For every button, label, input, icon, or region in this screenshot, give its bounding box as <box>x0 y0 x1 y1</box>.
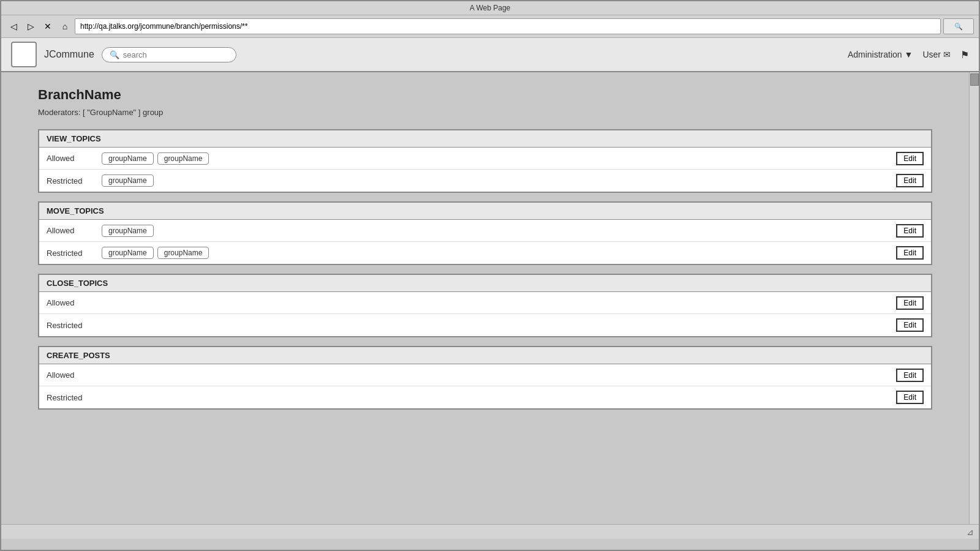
user-mail-icon: ✉ <box>943 50 951 59</box>
edit-allowed-button-create-posts[interactable]: Edit <box>896 369 924 382</box>
allowed-label: Allowed <box>47 370 102 380</box>
allowed-label: Allowed <box>47 154 102 163</box>
stop-button[interactable]: ✕ <box>40 19 55 34</box>
restricted-row-view-topics: RestrictedgroupNameEdit <box>39 170 931 192</box>
permission-section-move-topics: MOVE_TOPICSAllowedgroupNameEditRestricte… <box>38 201 932 265</box>
flag-icon[interactable]: ⚑ <box>960 49 969 61</box>
home-button[interactable]: ⌂ <box>58 19 72 34</box>
restricted-row-move-topics: RestrictedgroupNamegroupNameEdit <box>39 242 931 264</box>
group-tag: groupName <box>157 152 209 165</box>
browser-toolbar: ◁ ▷ ✕ ⌂ 🔍 <box>1 15 979 38</box>
restricted-group-tags: groupName <box>102 174 896 187</box>
search-input[interactable] <box>123 50 221 59</box>
restricted-group-tags: groupNamegroupName <box>102 247 896 259</box>
permission-section-create-posts: CREATE_POSTSAllowedEditRestrictedEdit <box>38 346 932 410</box>
restricted-label: Restricted <box>47 393 102 402</box>
allowed-row-create-posts: AllowedEdit <box>39 364 931 386</box>
allowed-row-close-topics: AllowedEdit <box>39 292 931 314</box>
app-logo <box>11 42 37 67</box>
browser-title: A Web Page <box>470 4 511 12</box>
chevron-down-icon: ▼ <box>905 50 913 59</box>
edit-restricted-button-view-topics[interactable]: Edit <box>896 174 924 187</box>
administration-menu[interactable]: Administration ▼ <box>848 50 913 59</box>
group-tag: groupName <box>102 152 154 165</box>
scrollbar[interactable] <box>969 72 979 524</box>
restricted-row-close-topics: RestrictedEdit <box>39 314 931 336</box>
allowed-row-view-topics: AllowedgroupNamegroupNameEdit <box>39 148 931 170</box>
header-right: Administration ▼ User ✉ ⚑ <box>848 49 969 61</box>
browser-titlebar: A Web Page <box>1 1 979 15</box>
permission-header-move-topics: MOVE_TOPICS <box>39 203 931 220</box>
user-label: User <box>922 50 941 59</box>
edit-allowed-button-move-topics[interactable]: Edit <box>896 224 924 238</box>
browser-body: BranchName Moderators: [ "GroupName" ] g… <box>1 72 979 524</box>
status-bar: ⊿ <box>1 524 979 539</box>
allowed-label: Allowed <box>47 226 102 235</box>
permissions-container: VIEW_TOPICSAllowedgroupNamegroupNameEdit… <box>38 129 932 410</box>
edit-restricted-button-create-posts[interactable]: Edit <box>896 391 924 404</box>
permission-section-close-topics: CLOSE_TOPICSAllowedEditRestrictedEdit <box>38 274 932 337</box>
group-tag: groupName <box>102 174 154 187</box>
edit-allowed-button-close-topics[interactable]: Edit <box>896 296 924 310</box>
search-icon: 🔍 <box>110 50 119 59</box>
search-box: 🔍 <box>102 47 236 62</box>
allowed-label: Allowed <box>47 298 102 307</box>
app-header: JCommune 🔍 Administration ▼ User ✉ ⚑ <box>1 38 979 72</box>
restricted-row-create-posts: RestrictedEdit <box>39 386 931 408</box>
back-button[interactable]: ◁ <box>6 19 21 34</box>
allowed-group-tags: groupName <box>102 225 896 237</box>
browser-search-button[interactable]: 🔍 <box>943 18 974 34</box>
user-menu[interactable]: User ✉ <box>922 50 951 59</box>
group-tag: groupName <box>102 247 154 259</box>
allowed-row-move-topics: AllowedgroupNameEdit <box>39 220 931 242</box>
allowed-group-tags: groupNamegroupName <box>102 152 896 165</box>
restricted-label: Restricted <box>47 249 102 258</box>
restricted-label: Restricted <box>47 321 102 330</box>
restricted-label: Restricted <box>47 176 102 186</box>
edit-restricted-button-close-topics[interactable]: Edit <box>896 318 924 332</box>
permission-header-close-topics: CLOSE_TOPICS <box>39 275 931 292</box>
permission-section-view-topics: VIEW_TOPICSAllowedgroupNamegroupNameEdit… <box>38 129 932 193</box>
forward-button[interactable]: ▷ <box>23 19 38 34</box>
edit-allowed-button-view-topics[interactable]: Edit <box>896 152 924 165</box>
app-name: JCommune <box>44 49 94 60</box>
group-tag: groupName <box>157 247 209 259</box>
moderators-line: Moderators: [ "GroupName" ] group <box>38 108 932 117</box>
scrollbar-thumb[interactable] <box>970 73 979 86</box>
administration-label: Administration <box>848 50 902 59</box>
page-title: BranchName <box>38 87 932 103</box>
permission-header-view-topics: VIEW_TOPICS <box>39 130 931 148</box>
permission-header-create-posts: CREATE_POSTS <box>39 347 931 364</box>
group-tag: groupName <box>102 225 154 237</box>
resize-handle: ⊿ <box>967 527 974 537</box>
edit-restricted-button-move-topics[interactable]: Edit <box>896 246 924 260</box>
main-content: BranchName Moderators: [ "GroupName" ] g… <box>1 72 969 524</box>
address-bar[interactable] <box>75 18 941 34</box>
